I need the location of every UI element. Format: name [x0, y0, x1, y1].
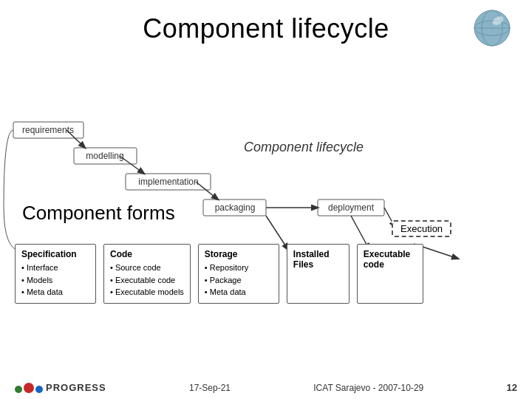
storage-card-title: Storage [205, 249, 273, 259]
svg-text:Component lifecycle: Component lifecycle [244, 140, 364, 154]
logo-text: PROGRESS [46, 382, 106, 393]
svg-text:deployment: deployment [328, 202, 375, 213]
svg-rect-11 [203, 200, 266, 216]
svg-text:modelling: modelling [86, 151, 123, 161]
svg-text:packaging: packaging [215, 202, 256, 213]
code-item-1: • Source code [110, 262, 184, 274]
svg-line-16 [120, 156, 144, 174]
storage-item-2: • Package [205, 274, 273, 287]
logo-icon [15, 383, 43, 393]
footer: PROGRESS 17-Sep-21 ICAT Sarajevo - 2007-… [0, 382, 532, 393]
svg-line-15 [66, 130, 85, 148]
storage-card: Storage • Repository • Package • Meta da… [198, 244, 279, 304]
svg-rect-9 [126, 174, 211, 190]
svg-text:requirements: requirements [22, 125, 74, 135]
footer-date: 17-Sep-21 [189, 383, 231, 393]
code-card: Code • Source code • Executable code • E… [103, 244, 191, 304]
code-item-3: • Executable models [110, 286, 184, 299]
spec-item-1: • Interface [21, 262, 89, 274]
spec-item-2: • Models [21, 274, 89, 287]
footer-conference: ICAT Sarajevo - 2007-10-29 [313, 383, 423, 393]
svg-rect-13 [318, 200, 384, 216]
executable-code-card: Executablecode [357, 244, 423, 304]
logo-circle-red [24, 383, 34, 393]
globe-icon [473, 9, 511, 47]
storage-item-1: • Repository [205, 262, 273, 274]
spec-card-title: Specification [21, 249, 89, 259]
svg-rect-5 [13, 122, 83, 138]
spec-item-3: • Meta data [21, 286, 89, 299]
installed-files-title: InstalledFiles [293, 249, 343, 270]
svg-line-17 [196, 182, 218, 200]
logo-circle-blue [35, 386, 43, 393]
svg-text:implementation: implementation [138, 177, 198, 187]
svg-rect-7 [74, 148, 137, 164]
progress-logo: PROGRESS [15, 382, 106, 393]
code-card-title: Code [110, 249, 184, 259]
logo-circle-green [15, 386, 22, 393]
slide: Component lifecycle requirements modelli… [0, 0, 532, 399]
execution-box: Execution [392, 220, 451, 237]
page-title: Component lifecycle [0, 0, 532, 52]
diagram-area: requirements modelling implementation pa… [0, 59, 532, 340]
installed-files-card: InstalledFiles [287, 244, 349, 304]
storage-item-3: • Meta data [205, 286, 273, 299]
specification-card: Specification • Interface • Models • Met… [15, 244, 96, 304]
executable-code-title: Executablecode [364, 249, 417, 270]
footer-page: 12 [507, 382, 517, 393]
code-item-2: • Executable code [110, 274, 184, 287]
component-forms-label: Component forms [22, 202, 175, 225]
cards-row: Specification • Interface • Models • Met… [15, 244, 525, 304]
